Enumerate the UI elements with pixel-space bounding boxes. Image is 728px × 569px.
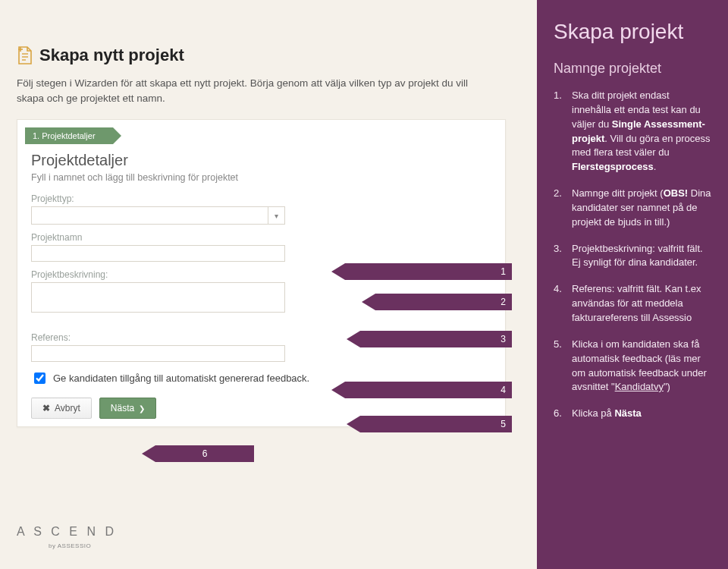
wizard-step-badge: 1. Projektdetaljer xyxy=(25,127,113,144)
help-step-item: 1.Ska ditt projekt endast innehålla ett … xyxy=(554,89,711,174)
callout-arrow-6: 6 xyxy=(155,445,254,462)
field-project-name: Projektnamn xyxy=(31,232,505,262)
help-step-number: 3. xyxy=(554,242,564,271)
help-step-item: 3.Projektbeskrivning: valfritt fält. Ej … xyxy=(554,242,711,271)
help-step-text: Klicka i om kandidaten ska få automatisk… xyxy=(572,338,711,395)
help-panel: Skapa projekt Namnge projektet 1.Ska dit… xyxy=(537,0,728,569)
help-step-item: 4.Referens: valfritt fält. Kan t.ex anvä… xyxy=(554,282,711,325)
cancel-button[interactable]: ✖ Avbryt xyxy=(31,398,92,419)
page-title: Skapa nytt projekt xyxy=(17,46,510,65)
help-step-item: 6.Klicka på Nästa xyxy=(554,407,711,421)
chevron-right-icon: ❯ xyxy=(139,404,145,413)
help-step-text: Referens: valfritt fält. Kan t.ex använd… xyxy=(572,282,711,325)
next-button-label: Nästa xyxy=(111,403,134,413)
help-step-text: Namnge ditt projekt (OBS! Dina kandidate… xyxy=(572,187,711,230)
intro-text: Följ stegen i Wizarden för att skapa ett… xyxy=(17,76,494,105)
callout-arrow-4: 4 xyxy=(345,382,512,398)
help-panel-subtitle: Namnge projektet xyxy=(554,61,711,77)
new-document-icon xyxy=(17,46,33,65)
brand-logo: A S C E N D xyxy=(17,525,117,539)
callout-arrow-2: 2 xyxy=(375,294,512,310)
input-project-desc[interactable] xyxy=(31,282,285,313)
help-step-item: 5.Klicka i om kandidaten ska få automati… xyxy=(554,338,711,395)
auto-feedback-checkbox[interactable] xyxy=(34,373,46,384)
cancel-button-label: Avbryt xyxy=(55,403,80,413)
callout-arrow-3: 3 xyxy=(360,331,512,347)
help-step-item: 2.Namnge ditt projekt (OBS! Dina kandida… xyxy=(554,187,711,230)
help-steps-list: 1.Ska ditt projekt endast innehålla ett … xyxy=(554,89,711,421)
next-button[interactable]: Nästa ❯ xyxy=(99,398,156,419)
help-step-text: Projektbeskrivning: valfritt fält. Ej sy… xyxy=(572,242,711,271)
help-step-number: 5. xyxy=(554,338,564,395)
page-title-text: Skapa nytt projekt xyxy=(39,46,184,65)
section-subtext: Fyll i namnet och lägg till beskrivning … xyxy=(31,172,505,183)
label-project-name: Projektnamn xyxy=(31,232,505,243)
help-step-text: Klicka på Nästa xyxy=(572,407,711,421)
close-icon: ✖ xyxy=(42,403,50,413)
help-step-number: 1. xyxy=(554,89,564,174)
main-content: Skapa nytt projekt Följ stegen i Wizarde… xyxy=(17,46,510,427)
help-step-number: 4. xyxy=(554,282,564,325)
select-project-type-wrap: ▾ xyxy=(31,206,285,225)
field-project-type: Projekttyp: ▾ xyxy=(31,193,505,225)
callout-arrow-5: 5 xyxy=(360,416,512,432)
select-project-type[interactable] xyxy=(31,206,285,225)
auto-feedback-label: Ge kandidaten tillgång till automatiskt … xyxy=(53,373,309,384)
help-step-text: Ska ditt projekt endast innehålla ett en… xyxy=(572,89,711,174)
input-reference[interactable] xyxy=(31,345,285,362)
help-step-number: 2. xyxy=(554,187,564,230)
input-project-name[interactable] xyxy=(31,245,285,262)
help-panel-title: Skapa projekt xyxy=(554,20,711,44)
callout-arrow-1: 1 xyxy=(345,263,512,280)
brand-byline: by ASSESSIO xyxy=(49,542,91,549)
help-step-number: 6. xyxy=(554,407,564,421)
label-project-type: Projekttyp: xyxy=(31,193,505,204)
section-heading: Projektdetaljer xyxy=(31,152,505,169)
